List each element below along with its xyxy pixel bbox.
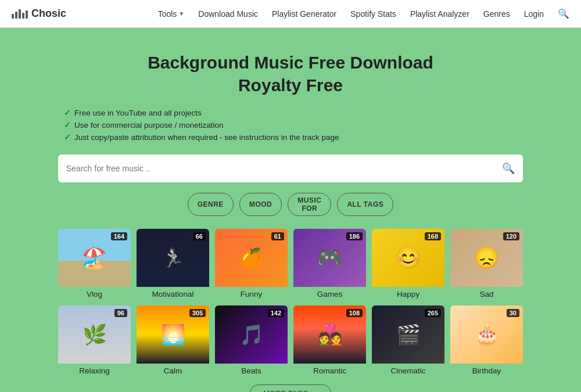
- thumb-happy: 168: [372, 229, 444, 287]
- count-badge: 108: [346, 309, 363, 317]
- navbar: Chosic Tools ▼ Download Music Playlist G…: [0, 0, 581, 28]
- count-badge: 186: [346, 232, 363, 240]
- count-badge: 61: [271, 232, 284, 240]
- category-label: Calm: [137, 364, 209, 376]
- category-label: Cinematic: [372, 364, 444, 376]
- category-label: Sad: [450, 287, 523, 300]
- search-bar: 🔍: [58, 154, 523, 182]
- check-icon: ✓: [64, 108, 71, 117]
- checklist-item: ✓ Just copy/paste attribution when requi…: [64, 132, 523, 142]
- logo[interactable]: Chosic: [12, 8, 66, 20]
- category-label: Games: [293, 287, 366, 300]
- more-tags-button[interactable]: MORE TAGS →: [250, 384, 331, 392]
- thumb-vlog: 164: [58, 229, 131, 287]
- category-grid-row1: 164 Vlog 66 Motivational 61 Funny 186 Ga…: [58, 229, 523, 300]
- bar2: [15, 12, 17, 19]
- category-relaxing[interactable]: 96 Relaxing: [58, 305, 131, 376]
- nav-genres[interactable]: Genres: [483, 9, 510, 19]
- thumb-calm: 305: [137, 305, 209, 364]
- category-romantic[interactable]: 108 Romantic: [293, 305, 366, 376]
- category-cinematic[interactable]: 265 Cinematic: [372, 305, 444, 376]
- count-badge: 66: [193, 232, 206, 240]
- nav-playlist-analyzer[interactable]: Playlist Analyzer: [410, 9, 469, 19]
- bar4: [22, 13, 24, 19]
- category-label: Birthday: [450, 364, 523, 376]
- count-badge: 96: [114, 309, 127, 317]
- category-birthday[interactable]: 30 Birthday: [450, 305, 523, 376]
- count-badge: 120: [503, 232, 519, 240]
- hero-title: Background Music Free Download Royalty F…: [58, 51, 523, 96]
- bar5: [26, 10, 28, 19]
- thumb-birthday: 30: [450, 305, 523, 364]
- logo-icon: [12, 9, 28, 19]
- thumb-romantic: 108: [293, 305, 366, 364]
- category-label: Relaxing: [58, 364, 131, 376]
- search-icon[interactable]: 🔍: [558, 8, 569, 19]
- thumb-funny: 61: [215, 229, 288, 287]
- checklist-item: ✓ Free use in YouTube and all projects: [64, 108, 523, 117]
- category-motivational[interactable]: 66 Motivational: [137, 229, 209, 300]
- nav-tools[interactable]: Tools ▼: [158, 9, 185, 19]
- nav-links: Tools ▼ Download Music Playlist Generato…: [84, 8, 569, 19]
- checklist-item: ✓ Use for commercial purpose / monetizat…: [64, 120, 523, 130]
- thumb-sad: 120: [450, 229, 523, 287]
- nav-download-music[interactable]: Download Music: [198, 9, 258, 19]
- thumb-relaxing: 96: [58, 305, 131, 364]
- search-submit-button[interactable]: 🔍: [502, 162, 515, 175]
- brand-name: Chosic: [31, 8, 66, 20]
- tag-mood-button[interactable]: MOOD: [239, 193, 282, 216]
- count-badge: 142: [268, 309, 284, 317]
- count-badge: 164: [111, 232, 127, 240]
- thumb-games: 186: [293, 229, 366, 287]
- category-calm[interactable]: 305 Calm: [137, 305, 209, 376]
- category-beats[interactable]: 142 Beats: [215, 305, 288, 376]
- category-label: Beats: [215, 364, 288, 376]
- tag-alltags-button[interactable]: ALL TAGS: [337, 193, 393, 216]
- checklist: ✓ Free use in YouTube and all projects ✓…: [58, 108, 523, 142]
- tag-musicfor-button[interactable]: MUSICFOR: [288, 193, 331, 216]
- check-icon: ✓: [64, 120, 71, 130]
- search-input[interactable]: [66, 164, 502, 173]
- tag-buttons: GENRE MOOD MUSICFOR ALL TAGS: [58, 193, 523, 216]
- category-label: Happy: [372, 287, 444, 300]
- category-grid-row2: 96 Relaxing 305 Calm 142 Beats 108 Roman…: [58, 305, 523, 376]
- category-sad[interactable]: 120 Sad: [450, 229, 523, 300]
- category-label: Funny: [215, 287, 288, 300]
- thumb-motivational: 66: [137, 229, 209, 287]
- check-icon: ✓: [64, 132, 71, 142]
- thumb-beats: 142: [215, 305, 288, 364]
- count-badge: 265: [425, 309, 441, 317]
- category-games[interactable]: 186 Games: [293, 229, 366, 300]
- category-vlog[interactable]: 164 Vlog: [58, 229, 131, 300]
- category-funny[interactable]: 61 Funny: [215, 229, 288, 300]
- more-tags-container: MORE TAGS →: [58, 384, 523, 392]
- thumb-cinematic: 265: [372, 305, 444, 364]
- count-badge: 168: [425, 232, 441, 240]
- category-label: Romantic: [293, 364, 366, 376]
- nav-login[interactable]: Login: [524, 9, 544, 19]
- bar1: [12, 14, 14, 19]
- count-badge: 305: [189, 309, 206, 317]
- nav-playlist-generator[interactable]: Playlist Generator: [272, 9, 336, 19]
- nav-spotify-stats[interactable]: Spotify Stats: [350, 9, 396, 19]
- count-badge: 30: [507, 309, 519, 317]
- main-content: Background Music Free Download Royalty F…: [0, 28, 581, 392]
- chevron-down-icon: ▼: [178, 10, 184, 17]
- category-happy[interactable]: 168 Happy: [372, 229, 444, 300]
- category-label: Vlog: [58, 287, 131, 300]
- category-label: Motivational: [137, 287, 209, 300]
- tag-genre-button[interactable]: GENRE: [188, 193, 234, 216]
- bar3: [19, 9, 21, 19]
